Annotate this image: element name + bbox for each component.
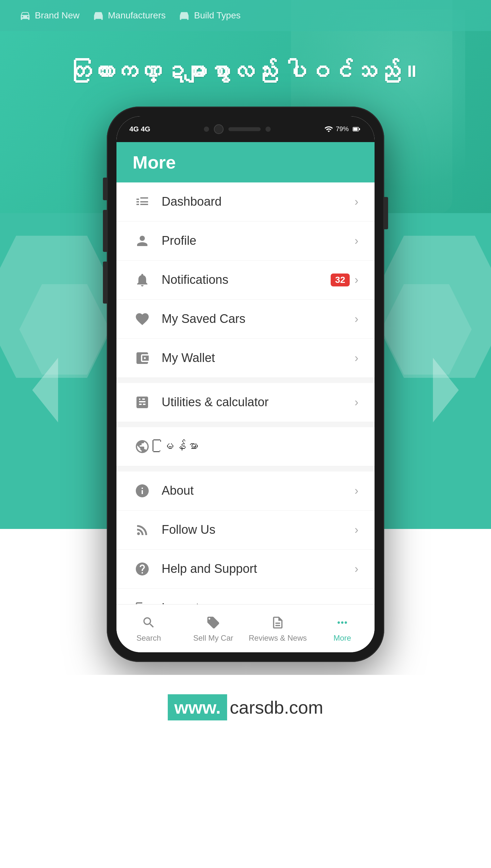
app-header: More (116, 142, 375, 183)
power-button (384, 197, 388, 229)
profile-icon (133, 231, 152, 251)
url-domain-label: carsdb.com (230, 697, 323, 718)
phone-screen: 4G 4G 79% (116, 116, 375, 652)
tab-reviews-news[interactable]: Reviews & News (246, 611, 310, 646)
tab-search[interactable]: Search (116, 611, 181, 646)
website-footer: www. carsdb.com (0, 675, 491, 746)
nav-item-brand-new[interactable]: Brand New (19, 10, 80, 21)
calculator-icon (133, 393, 152, 412)
menu-item-logout[interactable]: Logout › (116, 589, 375, 604)
menu-item-utilities[interactable]: Utilities & calculator › (116, 383, 375, 422)
menu-divider-3 (116, 466, 375, 471)
menu-item-help-support[interactable]: Help and Support › (116, 550, 375, 589)
heart-icon (133, 309, 152, 329)
globe-icon (133, 437, 152, 456)
wallet-chevron: › (354, 351, 358, 365)
menu-divider-1 (116, 378, 375, 383)
svg-rect-3 (353, 128, 358, 131)
menu-item-about[interactable]: About › (116, 471, 375, 511)
dashboard-icon (133, 192, 152, 212)
notifications-label: Notifications (162, 273, 331, 287)
right-decoration (433, 325, 459, 456)
svg-rect-4 (359, 128, 360, 130)
tab-more[interactable]: More (310, 611, 375, 646)
more-tab-label: More (334, 633, 351, 643)
signal-status: 4G 4G (129, 125, 150, 133)
website-url: www. carsdb.com (168, 694, 323, 721)
profile-label: Profile (162, 234, 354, 248)
logout-chevron: › (354, 601, 358, 604)
bell-icon (133, 270, 152, 290)
help-icon (133, 559, 152, 579)
hero-text: တကြားကဏ္ဍများစွာလည်း ပါဝင်သည်။ (0, 31, 491, 107)
menu-list: Dashboard › Profile › (116, 183, 375, 604)
app-title: More (133, 152, 176, 172)
camera (214, 124, 224, 134)
logout-icon (133, 598, 152, 604)
nav-item-build-types[interactable]: Build Types (178, 10, 240, 21)
speaker (228, 127, 261, 131)
more-tab-icon (334, 614, 351, 631)
about-chevron: › (354, 484, 358, 497)
follow-us-chevron: › (354, 523, 358, 537)
url-www-label: www. (168, 694, 227, 721)
notch-dot-2 (265, 127, 271, 132)
rss-icon (133, 520, 152, 540)
bottom-tab-bar: Search Sell My Car (116, 604, 375, 652)
nav-build-types-label: Build Types (194, 10, 240, 21)
dashboard-chevron: › (354, 195, 358, 209)
status-bar: 4G 4G 79% (116, 116, 375, 142)
notch-dot-1 (204, 127, 209, 132)
tab-sell-my-car[interactable]: Sell My Car (181, 611, 246, 646)
menu-item-profile[interactable]: Profile › (116, 221, 375, 261)
svg-marker-1 (433, 358, 459, 423)
menu-item-language[interactable]: မြန်မာ (116, 427, 375, 466)
menu-item-saved-cars[interactable]: My Saved Cars › (116, 300, 375, 339)
nav-manufacturers-label: Manufacturers (108, 10, 166, 21)
volume-down-button (103, 210, 107, 252)
menu-divider-2 (116, 422, 375, 427)
menu-item-dashboard[interactable]: Dashboard › (116, 183, 375, 221)
logout-label: Logout (162, 601, 354, 604)
nav-brand-new-label: Brand New (35, 10, 80, 21)
search-tab-icon (140, 614, 157, 631)
nav-item-manufacturers[interactable]: Manufacturers (93, 10, 166, 21)
menu-item-wallet[interactable]: My Wallet › (116, 339, 375, 378)
language-label: မြန်မာ (162, 439, 358, 453)
reviews-tab-icon (269, 614, 286, 631)
top-nav: Brand New Manufacturers Build Types (0, 0, 491, 31)
battery-status: 79% (324, 125, 362, 134)
battery-percentage: 79% (336, 125, 349, 133)
saved-cars-label: My Saved Cars (162, 312, 354, 326)
help-support-label: Help and Support (162, 562, 354, 576)
notifications-chevron: › (354, 273, 358, 287)
notch (202, 121, 272, 137)
wallet-label: My Wallet (162, 351, 354, 365)
search-tab-label: Search (137, 633, 161, 643)
wallet-icon (133, 348, 152, 368)
dashboard-label: Dashboard (162, 195, 354, 209)
volume-up-button (103, 178, 107, 200)
menu-item-follow-us[interactable]: Follow Us › (116, 511, 375, 550)
utilities-chevron: › (354, 396, 358, 409)
info-icon (133, 481, 152, 500)
reviews-tab-label: Reviews & News (249, 633, 307, 643)
menu-item-notifications[interactable]: Notifications 32 › (116, 261, 375, 300)
notifications-badge: 32 (331, 273, 350, 287)
follow-us-label: Follow Us (162, 523, 354, 537)
sell-tab-label: Sell My Car (193, 633, 233, 643)
silent-button (103, 262, 107, 303)
tag-tab-icon (205, 614, 222, 631)
utilities-label: Utilities & calculator (162, 395, 354, 409)
about-label: About (162, 484, 354, 497)
help-support-chevron: › (354, 562, 358, 576)
left-decoration (32, 325, 58, 456)
svg-marker-0 (32, 358, 58, 423)
saved-cars-chevron: › (354, 312, 358, 326)
profile-chevron: › (354, 234, 358, 248)
app-content: More Dashboard › (116, 142, 375, 652)
phone-mockup: 4G 4G 79% (107, 107, 384, 662)
